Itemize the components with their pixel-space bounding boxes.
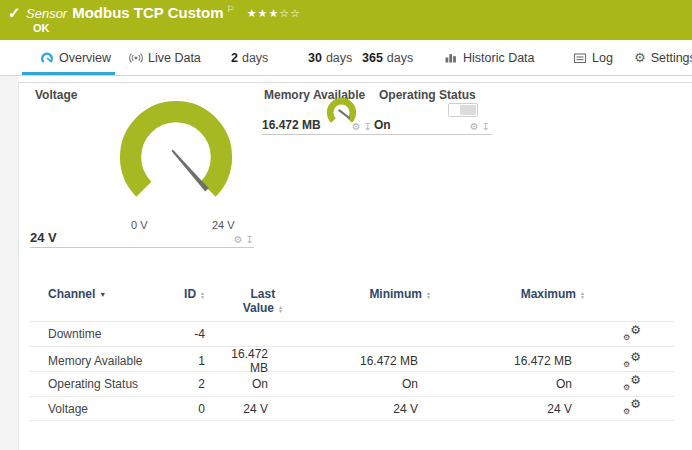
tab-365-days-label: days: [387, 51, 413, 65]
sort-caret-icon: ▼: [99, 291, 106, 298]
voltage-panel-title: Voltage: [35, 88, 77, 102]
switch-knob: [460, 105, 476, 115]
overview-gauge-icon: [40, 51, 54, 65]
channel-id: 1: [169, 354, 217, 368]
memory-current-value: 16.472 MB: [262, 118, 321, 132]
tab-bar: Overview Live Data 2days 30days 365days: [0, 40, 692, 76]
channel-maximum: On: [445, 377, 600, 391]
active-tab-indicator: [22, 72, 115, 75]
sort-icon: ▲▼: [200, 291, 205, 299]
operating-panel-title: Operating Status: [379, 88, 476, 102]
tab-365-days[interactable]: 365days: [362, 40, 413, 75]
live-data-broadcast-icon: [129, 51, 143, 65]
column-header-value-label: Value: [243, 301, 274, 315]
column-header-minimum[interactable]: Minimum▲▼: [297, 287, 445, 301]
column-header-id-label: ID: [184, 287, 196, 301]
channel-settings-icon[interactable]: ⚙⚙: [623, 375, 641, 391]
channel-last-value: 16.472 MB: [217, 347, 297, 375]
column-header-last-value[interactable]: LastValue▲▼: [217, 287, 297, 315]
historic-data-chart-icon: [444, 51, 458, 65]
column-header-channel-label: Channel: [48, 287, 95, 301]
operating-pin-icon[interactable]: ↧: [482, 122, 490, 132]
channel-settings-icon[interactable]: ⚙⚙: [623, 352, 641, 368]
overview-panel: Voltage 0 V 24 V 24 V ⚙ ↧ Memory Availab…: [18, 82, 692, 450]
tab-live-data[interactable]: Live Data: [129, 40, 201, 75]
tab-historic-data-label: Historic Data: [463, 51, 535, 65]
operating-status-switch: [448, 103, 478, 117]
sensor-title: Modbus TCP Custom: [72, 4, 223, 21]
column-header-maximum-label: Maximum: [521, 287, 576, 301]
channel-maximum: 16.472 MB: [445, 354, 600, 368]
tab-30-days-label: days: [326, 51, 352, 65]
column-header-channel[interactable]: Channel▼: [29, 287, 169, 301]
sort-icon: ▲▼: [278, 305, 283, 313]
priority-stars[interactable]: ★★★☆☆: [247, 7, 301, 19]
channel-minimum: On: [297, 377, 445, 391]
channel-id: 0: [169, 402, 217, 416]
tab-historic-data[interactable]: Historic Data: [444, 40, 535, 75]
voltage-gear-icon[interactable]: ⚙: [234, 235, 243, 245]
table-row-operating-status: Operating Status 2 On On On ⚙⚙: [29, 371, 674, 396]
column-header-minimum-label: Minimum: [369, 287, 422, 301]
tab-365-days-number: 365: [362, 51, 383, 65]
voltage-pin-icon[interactable]: ↧: [246, 235, 254, 245]
sensor-status-badge: OK: [33, 22, 50, 34]
channel-table-header: Channel▼ ID▲▼ LastValue▲▼ Minimum▲▼ Maxi…: [29, 287, 674, 321]
status-check-icon: ✓: [8, 4, 21, 22]
column-header-id[interactable]: ID▲▼: [169, 287, 217, 301]
tab-30-days[interactable]: 30days: [308, 40, 352, 75]
channel-last-value: 24 V: [217, 402, 297, 416]
tab-2-days-label: days: [242, 51, 268, 65]
flag-icon[interactable]: ⚐: [227, 4, 235, 14]
object-kind-label: Sensor: [26, 6, 67, 21]
channel-maximum: 24 V: [445, 402, 600, 416]
left-gutter: [0, 76, 19, 450]
channel-settings-icon[interactable]: ⚙⚙: [623, 399, 641, 415]
tab-log-label: Log: [592, 51, 613, 65]
memory-gear-icon[interactable]: ⚙: [352, 122, 361, 132]
tab-overview-label: Overview: [59, 51, 111, 65]
channel-name[interactable]: Memory Available: [29, 354, 169, 368]
tab-30-days-number: 30: [308, 51, 322, 65]
channel-minimum: 16.472 MB: [297, 354, 445, 368]
sort-icon: ▲▼: [580, 291, 585, 299]
table-row-downtime: Downtime -4 ⚙⚙: [29, 321, 674, 346]
tab-settings[interactable]: ⚙ Settings: [634, 40, 692, 75]
channel-settings-icon[interactable]: ⚙⚙: [623, 325, 641, 341]
sensor-header: ✓ SensorModbus TCP Custom⚐★★★☆☆ OK: [0, 0, 692, 40]
channel-name[interactable]: Operating Status: [29, 377, 169, 391]
tab-2-days[interactable]: 2days: [231, 40, 268, 75]
column-header-last-label: Last: [251, 287, 276, 301]
tab-settings-label: Settings: [651, 51, 692, 65]
voltage-current-value: 24 V: [30, 230, 57, 245]
settings-gear-icon: ⚙: [634, 51, 646, 65]
tab-overview[interactable]: Overview: [40, 40, 111, 75]
memory-pin-icon[interactable]: ↧: [364, 122, 372, 132]
channel-name[interactable]: Voltage: [29, 402, 169, 416]
channel-name[interactable]: Downtime: [29, 327, 169, 341]
channel-table: Channel▼ ID▲▼ LastValue▲▼ Minimum▲▼ Maxi…: [29, 287, 674, 421]
operating-current-value: On: [374, 118, 391, 132]
sort-icon: ▲▼: [426, 291, 431, 299]
channel-id: -4: [169, 327, 217, 341]
table-row-memory-available: Memory Available 1 16.472 MB 16.472 MB 1…: [29, 346, 674, 371]
tab-log[interactable]: Log: [573, 40, 613, 75]
voltage-gauge: [118, 99, 234, 215]
channel-minimum: 24 V: [297, 402, 445, 416]
table-row-voltage: Voltage 0 24 V 24 V 24 V ⚙⚙: [29, 396, 674, 421]
operating-gear-icon[interactable]: ⚙: [470, 122, 479, 132]
tab-live-data-label: Live Data: [148, 51, 201, 65]
log-list-icon: [573, 51, 587, 65]
channel-last-value: On: [217, 377, 297, 391]
tab-2-days-number: 2: [231, 51, 238, 65]
channel-id: 2: [169, 377, 217, 391]
column-header-maximum[interactable]: Maximum▲▼: [445, 287, 600, 301]
prtg-sensor-page: ✓ SensorModbus TCP Custom⚐★★★☆☆ OK Overv…: [0, 0, 692, 450]
